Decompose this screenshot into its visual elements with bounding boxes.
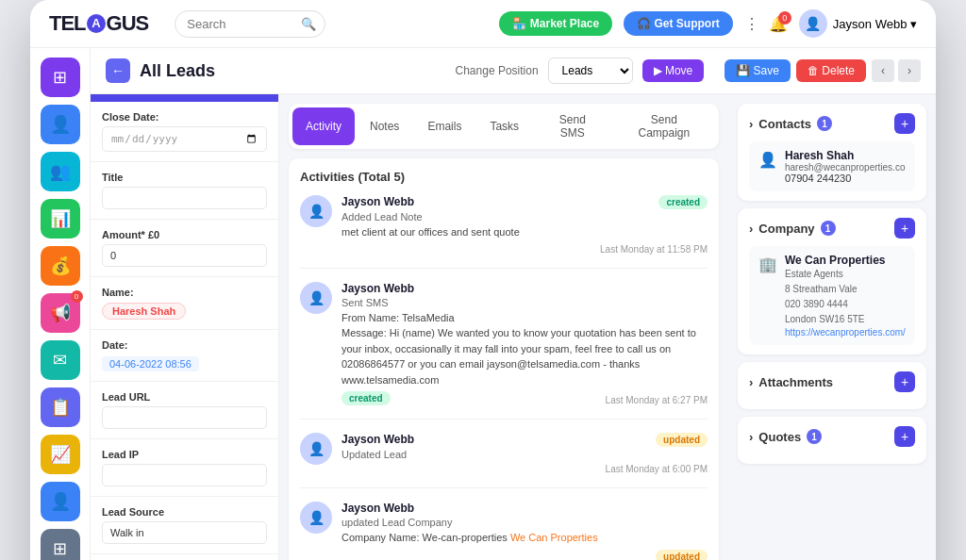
company-title-text: Company	[758, 222, 814, 236]
contacts-title-text: Contacts	[758, 117, 811, 131]
activity-body: From Name: TelsaMediaMessage: Hi (name) …	[341, 310, 708, 388]
contacts-section-header: › Contacts 1 +	[749, 113, 915, 134]
contact-name: Haresh Shah	[785, 149, 905, 162]
contact-row: 👤 Haresh Shah haresh@wecanproperties.co …	[758, 149, 906, 184]
sidebar-item-leads[interactable]: 📋	[41, 387, 80, 427]
title-input[interactable]	[102, 187, 267, 209]
activity-sub: Updated Lead	[341, 449, 708, 460]
sidebar-item-reports[interactable]: 📊	[41, 199, 80, 239]
lead-ip-input[interactable]	[102, 464, 267, 486]
company-section: › Company 1 + 🏢 We Can Properties	[738, 208, 926, 354]
tab-tasks[interactable]: Tasks	[476, 107, 532, 145]
get-support-button[interactable]: 🎧 Get Support	[624, 11, 733, 36]
activity-time: Last Monday at 11:58 PM	[341, 244, 708, 255]
sidebar-item-profiles[interactable]: 👤	[41, 482, 80, 521]
date-label: Date:	[102, 339, 267, 351]
marketing-badge: 0	[71, 290, 83, 303]
sidebar-item-grid[interactable]: ⊞	[41, 529, 80, 560]
lead-source-input[interactable]	[102, 521, 267, 544]
message-field: Message	[91, 554, 278, 560]
date-field: Date: 04-06-2022 08:56	[91, 330, 278, 382]
sidebar-item-billing[interactable]: 💰	[41, 246, 80, 286]
tab-activity[interactable]: Activity	[292, 107, 355, 145]
lead-source-field: Lead Source	[91, 497, 278, 554]
quotes-section-header: › Quotes 1 +	[749, 426, 915, 447]
market-place-button[interactable]: 🏪 Market Place	[499, 11, 612, 36]
delete-button[interactable]: 🗑 Delete	[796, 59, 866, 82]
tab-emails[interactable]: Emails	[414, 107, 475, 145]
chevron-right-icon: ›	[749, 430, 753, 444]
company-website[interactable]: https://wecanproperties.com/	[785, 327, 906, 338]
activity-sub: updated Lead Company	[341, 517, 708, 528]
sidebar: ⊞ 👤 👥 📊 💰 📢 0 ✉ 📋 📈 👤 ⊞ 📅 👥	[30, 48, 91, 560]
name-tag: Haresh Shah	[102, 303, 186, 320]
close-date-input[interactable]	[102, 126, 267, 152]
tab-send-sms[interactable]: Send SMS	[534, 107, 611, 145]
sidebar-item-contacts[interactable]: 👤	[41, 105, 80, 144]
lead-url-input[interactable]	[102, 406, 267, 429]
activity-avatar: 👤	[300, 433, 332, 465]
quotes-section: › Quotes 1 +	[738, 417, 926, 464]
company-section-header: › Company 1 +	[749, 218, 915, 239]
content-area: ← All Leads Change Position Leads Contac…	[91, 48, 936, 560]
add-quote-button[interactable]: +	[894, 426, 915, 447]
next-button[interactable]: ›	[898, 59, 921, 82]
add-attachment-button[interactable]: +	[894, 371, 915, 392]
logo-tel: TEL	[49, 11, 86, 36]
add-company-button[interactable]: +	[894, 218, 915, 239]
lead-url-field: Lead URL	[91, 382, 278, 439]
user-menu[interactable]: 👤 Jayson Webb ▾	[799, 9, 917, 38]
sidebar-item-email[interactable]: ✉	[41, 340, 80, 380]
activity-item: 👤 Jayson Webb updated Lead Company Compa…	[300, 502, 708, 560]
activity-content: Jayson Webb updated Updated Lead Last Mo…	[341, 433, 708, 474]
save-button[interactable]: 💾 Save	[724, 59, 791, 82]
move-button[interactable]: ▶ Move	[642, 59, 705, 82]
close-date-label: Close Date:	[102, 111, 267, 123]
back-button[interactable]: ←	[106, 58, 130, 83]
company-section-title[interactable]: › Company 1	[749, 221, 836, 236]
amount-label: Amount* £0	[102, 229, 267, 240]
activity-badge-bottom: created	[341, 391, 391, 405]
company-info: We Can Properties Estate Agents 8 Streat…	[785, 254, 906, 338]
company-count: 1	[821, 221, 836, 236]
activity-body: Company Name: We-can-properties We Can P…	[341, 530, 708, 546]
title-label: Title	[102, 172, 267, 183]
amount-input[interactable]	[102, 244, 267, 267]
name-label: Name:	[102, 287, 267, 298]
activity-name: Jayson Webb	[341, 502, 414, 515]
contacts-section: › Contacts 1 + 👤 Haresh Shah	[738, 104, 926, 201]
left-panel: Close Date: Title Amount* £0 Name: Hares…	[91, 94, 279, 560]
notification-bell-button[interactable]: 🔔 0	[769, 15, 788, 33]
add-contact-button[interactable]: +	[894, 113, 915, 134]
attachments-section-title[interactable]: › Attachments	[749, 375, 833, 389]
more-options-button[interactable]: ⋮	[744, 15, 759, 33]
contact-info: Haresh Shah haresh@wecanproperties.co 07…	[785, 149, 905, 184]
activity-badge: updated	[656, 433, 708, 447]
tab-send-campaign[interactable]: Send Campaign	[613, 107, 715, 145]
sidebar-item-marketing[interactable]: 📢 0	[41, 293, 80, 333]
activity-item: 👤 Jayson Webb updated Updated Lead Last …	[300, 433, 708, 488]
contacts-section-title[interactable]: › Contacts 1	[749, 116, 832, 131]
page-header: ← All Leads Change Position Leads Contac…	[91, 48, 936, 94]
company-link[interactable]: We Can Properties	[510, 532, 598, 543]
activities-title: Activities (Total 5)	[300, 170, 708, 184]
contact-icon: 👤	[758, 151, 777, 169]
logo: TEL A GUS	[49, 11, 148, 36]
activity-time: Last Monday at 6:00 PM	[341, 464, 708, 474]
tab-notes[interactable]: Notes	[357, 107, 412, 145]
center-panel: Activity Notes Emails Tasks Send SMS Sen…	[279, 94, 728, 560]
contact-card: 👤 Haresh Shah haresh@wecanproperties.co …	[749, 141, 915, 191]
lead-url-label: Lead URL	[102, 391, 267, 403]
activity-name: Jayson Webb	[341, 433, 414, 446]
leads-select[interactable]: Leads Contacts Deals	[548, 58, 633, 84]
activity-header: Jayson Webb created	[341, 195, 708, 209]
contact-email: haresh@wecanproperties.co	[785, 162, 905, 173]
activity-avatar: 👤	[300, 502, 332, 534]
sidebar-item-dashboard[interactable]: ⊞	[41, 58, 80, 97]
quotes-section-title[interactable]: › Quotes 1	[749, 429, 822, 444]
sidebar-item-analytics[interactable]: 📈	[41, 435, 80, 474]
activity-badge: created	[658, 195, 708, 209]
prev-button[interactable]: ‹	[872, 59, 894, 82]
sidebar-item-users[interactable]: 👥	[41, 152, 80, 191]
right-panel: › Contacts 1 + 👤 Haresh Shah	[728, 94, 936, 560]
